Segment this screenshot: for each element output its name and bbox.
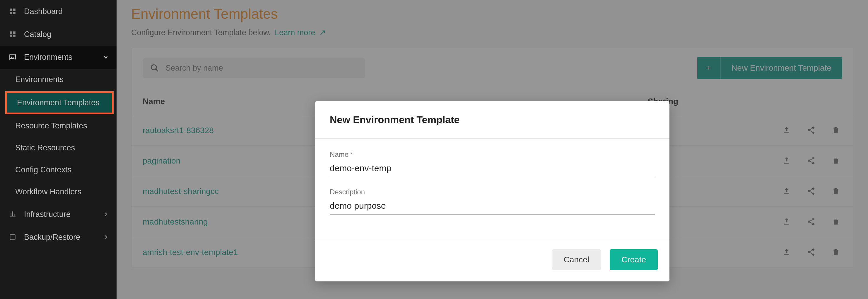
chevron-down-icon: [102, 54, 109, 60]
name-input[interactable]: [330, 160, 655, 178]
dashboard-icon: [8, 6, 18, 17]
sidebar-item-label: Backup/Restore: [24, 233, 80, 242]
modal-body: Name * Description: [315, 139, 670, 240]
sidebar-item-label: Catalog: [24, 30, 51, 39]
svg-rect-5: [13, 31, 16, 34]
svg-rect-4: [10, 31, 12, 34]
svg-rect-2: [10, 12, 12, 15]
sidebar-sub-environments[interactable]: Environments: [0, 69, 117, 90]
name-field: Name *: [330, 151, 655, 178]
sidebar-item-label: Config Contexts: [15, 165, 71, 174]
backup-icon: [8, 232, 18, 242]
sidebar-item-label: Environment Templates: [17, 98, 99, 107]
description-input[interactable]: [330, 198, 655, 215]
sidebar-item-label: Infrastructure: [24, 210, 70, 219]
description-label: Description: [330, 188, 655, 196]
modal-title: New Environment Template: [315, 101, 670, 139]
chevron-right-icon: [103, 234, 109, 240]
chevron-right-icon: [103, 211, 109, 217]
svg-rect-3: [13, 12, 16, 15]
sidebar-item-dashboard[interactable]: Dashboard: [0, 0, 117, 23]
sidebar-item-backup-restore[interactable]: Backup/Restore: [0, 226, 117, 249]
sidebar-item-label: Static Resources: [15, 143, 75, 152]
modal-footer: Cancel Create: [315, 240, 670, 281]
sidebar-sub-environment-templates[interactable]: Environment Templates: [5, 91, 114, 114]
description-field: Description: [330, 188, 655, 215]
sidebar-item-label: Workflow Handlers: [15, 187, 82, 196]
sidebar-item-infrastructure[interactable]: Infrastructure: [0, 203, 117, 226]
cancel-button[interactable]: Cancel: [552, 249, 601, 270]
create-button[interactable]: Create: [610, 249, 658, 270]
sidebar-sub-workflow-handlers[interactable]: Workflow Handlers: [0, 181, 117, 203]
sidebar-item-label: Resource Templates: [15, 121, 87, 130]
sidebar-sub-resource-templates[interactable]: Resource Templates: [0, 115, 117, 137]
sidebar-sub-static-resources[interactable]: Static Resources: [0, 137, 117, 159]
environments-icon: [8, 52, 18, 62]
sidebar-item-label: Environments: [15, 75, 64, 84]
svg-rect-7: [13, 34, 16, 37]
main-content: Environment Templates Configure Environm…: [117, 0, 868, 299]
sidebar-item-label: Dashboard: [24, 7, 63, 16]
new-template-modal: New Environment Template Name * Descript…: [315, 101, 670, 281]
sidebar: Dashboard Catalog Environments Environme…: [0, 0, 117, 299]
infrastructure-icon: [8, 209, 18, 219]
svg-rect-6: [10, 34, 12, 37]
sidebar-item-label: Environments: [24, 53, 72, 62]
name-label: Name *: [330, 151, 655, 159]
modal-overlay[interactable]: New Environment Template Name * Descript…: [117, 0, 868, 299]
svg-rect-8: [10, 235, 15, 240]
sidebar-item-catalog[interactable]: Catalog: [0, 23, 117, 46]
sidebar-sub-config-contexts[interactable]: Config Contexts: [0, 159, 117, 181]
sidebar-item-environments[interactable]: Environments: [0, 46, 117, 69]
svg-rect-0: [10, 8, 12, 11]
catalog-icon: [8, 29, 18, 39]
svg-rect-1: [13, 8, 16, 11]
